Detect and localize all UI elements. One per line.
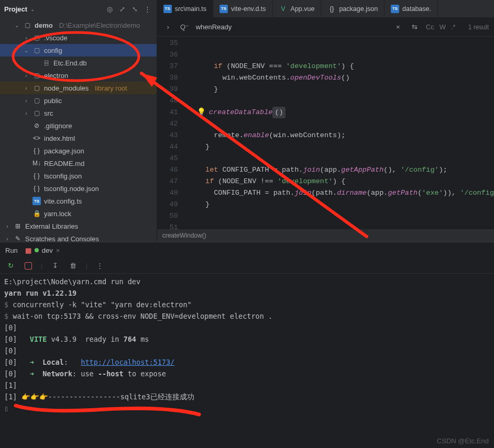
code-editor[interactable]: 3536373839404142434445464748495051 if (N… [157, 37, 494, 229]
console-line: [0] [4, 345, 490, 356]
clear-icon[interactable]: 🗑 [68, 261, 78, 271]
code-line[interactable]: } [184, 84, 494, 95]
code-line[interactable] [184, 95, 494, 107]
tree-item-config[interactable]: ⌄▢config [0, 44, 157, 57]
console-output[interactable]: E:\project\Node\yarn.cmd run devyarn run… [0, 274, 494, 448]
chevron-right-icon[interactable]: › [4, 223, 10, 229]
more-icon[interactable]: ⋮ [95, 261, 105, 271]
code-lines[interactable]: if (NODE_ENV === 'development') { win.we… [184, 37, 494, 229]
line-number: 40 [157, 95, 184, 107]
console-line: [1] 👉👉👉-----------------sqlite3已经连接成功 [4, 391, 490, 402]
console-line: [0] ➜ Local: http://localhost:5173/ [4, 356, 490, 368]
chevron-right-icon[interactable]: › [4, 236, 10, 242]
tree-item-tsconfig-node-json[interactable]: { }tsconfig.node.json [0, 182, 157, 195]
collapse-icon[interactable]: ⤡ [130, 4, 140, 14]
editor-area: TSsrc\main.tsTSvite-env.d.tsVApp.vue{}pa… [157, 0, 494, 242]
md-icon: M↓ [32, 159, 41, 167]
editor-tab[interactable]: {}package.json [321, 0, 385, 17]
expand-icon[interactable]: ⤢ [118, 4, 127, 14]
tree-item-label: Etc.End.db [53, 59, 87, 67]
code-line[interactable]: 💡createDataTable() [184, 107, 494, 118]
chevron-right-icon[interactable]: › [23, 73, 29, 79]
tree-item-index-html[interactable]: <>index.html [0, 132, 157, 144]
search-icon[interactable]: Q⁻ [179, 21, 191, 33]
chevron-down-icon[interactable]: ⌄ [23, 48, 29, 53]
tree-root[interactable]: ⌄ ▢ demo D:\Example\Electron\demo [0, 19, 157, 31]
chevron-right-icon[interactable]: › [23, 35, 29, 41]
tree-item-readme-md[interactable]: M↓README.md [0, 157, 157, 170]
locate-icon[interactable]: ◎ [105, 4, 115, 14]
tree-item-yarn-lock[interactable]: 🔒yarn.lock [0, 207, 157, 220]
code-line[interactable]: } [184, 141, 494, 153]
chevron-right-icon[interactable]: › [23, 98, 29, 104]
code-line[interactable] [184, 153, 494, 164]
tree-item-public[interactable]: ›▢public [0, 94, 157, 107]
tree-item-src[interactable]: ›▢src [0, 107, 157, 119]
folder-icon: ▢ [32, 96, 41, 105]
tab-label: App.vue [291, 5, 315, 13]
scratch-icon: ✎ [14, 234, 22, 242]
editor-tab[interactable]: TSvite-env.d.ts [213, 0, 272, 17]
code-line[interactable] [184, 210, 494, 222]
tree-item-node-modules[interactable]: ›▢node_moduleslibrary root [0, 82, 157, 94]
code-line[interactable]: if (NODE_ENV !== 'development') { [184, 176, 494, 187]
close-search-icon[interactable]: × [392, 21, 404, 33]
code-line[interactable] [184, 222, 494, 229]
whole-word-toggle[interactable]: W [440, 23, 446, 31]
tree-item-label: .vscode [44, 34, 68, 42]
tree-item--gitignore[interactable]: ⊘.gitignore [0, 119, 157, 132]
chevron-down-icon[interactable]: ⌄ [14, 23, 20, 28]
match-case-toggle[interactable]: Cc [426, 23, 434, 31]
line-number: 44 [157, 141, 184, 153]
search-input[interactable] [196, 18, 387, 36]
run-panel-title[interactable]: Run [5, 247, 18, 254]
code-line[interactable] [184, 118, 494, 130]
code-line[interactable] [184, 49, 494, 61]
folder-icon: ▢ [32, 84, 41, 92]
console-line: [0] VITE v4.3.9 ready in 764 ms [4, 333, 490, 345]
code-line[interactable]: let CONFIG_PATH = path.join(app.getAppPa… [184, 164, 494, 176]
code-line[interactable]: CONFIG_PATH = path.join(path.dirname(app… [184, 187, 494, 199]
code-line[interactable]: win.webContents.openDevTools() [184, 72, 494, 84]
root-path: D:\Example\Electron\demo [59, 21, 140, 29]
regex-toggle[interactable]: .* [451, 23, 456, 31]
code-line[interactable]: } [184, 199, 494, 210]
tree-item-tsconfig-json[interactable]: { }tsconfig.json [0, 170, 157, 182]
tree-item-etc-end-db[interactable]: ⌸Etc.End.db [0, 57, 157, 69]
tree-item-label: config [44, 47, 62, 54]
sidebar-title[interactable]: Project [4, 5, 27, 13]
scratches[interactable]: › ✎ Scratches and Consoles [0, 232, 157, 242]
scratches-label: Scratches and Consoles [25, 235, 99, 242]
run-config-name: dev [42, 247, 53, 254]
rerun-icon[interactable]: ↻ [5, 261, 16, 271]
external-libraries-label: External Libraries [25, 222, 78, 230]
tree-item-electron[interactable]: ›▢electron [0, 69, 157, 82]
search-collapse-icon[interactable]: › [162, 21, 174, 33]
external-libraries[interactable]: › ⊞ External Libraries [0, 220, 157, 232]
console-line: [0] [4, 322, 490, 333]
chevron-right-icon[interactable]: › [23, 85, 29, 91]
more-icon[interactable]: ⋮ [143, 4, 152, 14]
tree-item--vscode[interactable]: ›▢.vscode [0, 31, 157, 44]
stop-button[interactable] [23, 261, 34, 271]
editor-tab[interactable]: TSsrc\main.ts [157, 0, 213, 17]
code-line[interactable] [184, 38, 494, 49]
code-line[interactable]: if (NODE_ENV === 'development') { [184, 61, 494, 72]
breadcrumb-item[interactable]: createWindow() [162, 232, 206, 239]
html-icon: <> [32, 134, 41, 142]
breadcrumb[interactable]: createWindow() [157, 229, 494, 242]
editor-tab[interactable]: TSdatabase. [385, 0, 438, 17]
run-config-tab[interactable]: ▦ dev × [25, 247, 60, 254]
chevron-down-icon[interactable]: ⌄ [30, 6, 35, 12]
tree-item-package-json[interactable]: { }package.json [0, 144, 157, 157]
scroll-to-end-icon[interactable]: ↧ [50, 261, 60, 271]
toggle-replace-icon[interactable]: ⇆ [409, 21, 421, 33]
line-number: 43 [157, 130, 184, 141]
chevron-right-icon[interactable]: › [23, 110, 29, 116]
tree-item-vite-config-ts[interactable]: TSvite.config.ts [0, 195, 157, 207]
project-tree[interactable]: ⌄ ▢ demo D:\Example\Electron\demo ›▢.vsc… [0, 18, 157, 242]
editor-tab[interactable]: VApp.vue [273, 0, 322, 17]
code-line[interactable]: remote.enable(win.webContents); [184, 130, 494, 141]
tree-item-label: .gitignore [44, 122, 72, 130]
close-tab-icon[interactable]: × [56, 247, 60, 254]
